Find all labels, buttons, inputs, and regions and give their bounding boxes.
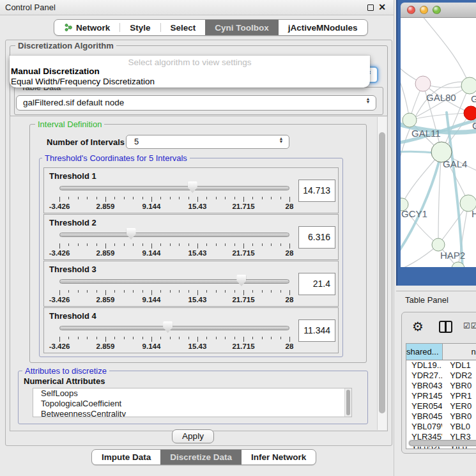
- network-view-window[interactable]: GAL80GACGAL11GAL4GCY1HHAP2: [396, 0, 476, 286]
- close-icon[interactable]: ✕: [378, 2, 386, 12]
- attributes-list-scrollbar[interactable]: [344, 388, 351, 417]
- slider-track[interactable]: [59, 233, 289, 237]
- tick-mark: [142, 243, 143, 246]
- tick-mark: [197, 243, 198, 249]
- table-row[interactable]: YER054CYER0: [406, 401, 476, 411]
- table-row[interactable]: YBL079WYBL0: [406, 422, 476, 432]
- tab-discretize-data[interactable]: Discretize Data: [160, 450, 242, 464]
- table-row[interactable]: YBR043CYBR0: [406, 381, 476, 391]
- minimize-traffic-icon[interactable]: [420, 6, 428, 14]
- table-row[interactable]: YBR045CYBR0: [406, 411, 476, 422]
- table-cell[interactable]: YDR27...: [406, 371, 442, 381]
- zoom-traffic-icon[interactable]: [433, 6, 441, 14]
- tick-mark: [289, 197, 290, 202]
- scale-label: 2.859: [96, 296, 115, 303]
- table-row[interactable]: YDL19...YDL1: [406, 360, 476, 371]
- network-node-c[interactable]: [464, 106, 476, 120]
- network-node-ga[interactable]: [461, 77, 476, 94]
- table-data-select[interactable]: galFiltered.sif default node ▲▼: [16, 95, 376, 111]
- table-header-row: shared...na: [406, 344, 476, 360]
- table-cell[interactable]: YBL079W: [406, 422, 442, 432]
- table-cell[interactable]: YER054C: [406, 401, 442, 411]
- table-cell[interactable]: YPR145W: [406, 391, 442, 401]
- column-header-shared[interactable]: shared...: [406, 344, 443, 360]
- table-cell[interactable]: YBR045C: [406, 411, 442, 422]
- table-row[interactable]: YDR27...YDR2: [406, 371, 476, 381]
- tick-mark: [170, 290, 171, 293]
- table-cell[interactable]: YPR1: [442, 391, 476, 401]
- table-cell[interactable]: YER0: [442, 401, 476, 411]
- settings-scrollbar[interactable]: [377, 117, 387, 430]
- attribute-item[interactable]: TopologicalCoefficient: [33, 399, 351, 409]
- table-body: YDL19...YDL1YDR27...YDR2YBR043CYBR0YPR14…: [406, 360, 476, 449]
- network-node-gal11[interactable]: [403, 113, 417, 127]
- settings-scroll-panel: Interval Definition Number of Intervals …: [10, 116, 388, 431]
- slider-thumb-icon[interactable]: [163, 321, 173, 333]
- tick-mark: [124, 337, 125, 339]
- slider-track[interactable]: [59, 326, 289, 330]
- threshold-slider[interactable]: -3.4262.8599.14415.4321.71528: [59, 181, 289, 213]
- dropdown-option-equal-width-frequency-discretization[interactable]: Equal Width/Frequency Discretization: [11, 77, 155, 86]
- table-cell[interactable]: YBR0: [442, 411, 476, 422]
- tick-mark: [197, 290, 198, 295]
- tick-mark: [216, 337, 217, 339]
- tab-cyni-toolbox[interactable]: Cyni Toolbox: [205, 20, 279, 35]
- network-canvas[interactable]: GAL80GACGAL11GAL4GCY1HHAP2: [401, 18, 476, 267]
- table-cell[interactable]: YBR043C: [406, 381, 442, 391]
- network-node-gal80[interactable]: [415, 76, 431, 91]
- table-toolbar: ⚙ ☑☑: [402, 316, 476, 338]
- slider-track[interactable]: [59, 186, 289, 190]
- table-cell[interactable]: YDR2: [442, 371, 476, 381]
- split-view-icon[interactable]: [439, 321, 452, 333]
- threshold-value-field[interactable]: 21.4: [298, 273, 335, 295]
- table-panel-card: ⚙ ☑☑ shared...na YDL19...YDL1YDR27...YDR…: [401, 312, 476, 454]
- cyni-toolbox-panel: Discretization Algorithm ▲▼ Table Data g…: [5, 40, 392, 446]
- float-window-icon[interactable]: [367, 4, 374, 11]
- tick-mark: [271, 243, 272, 246]
- slider-thumb-icon[interactable]: [188, 181, 197, 193]
- gear-icon[interactable]: ⚙: [412, 319, 424, 334]
- tick-mark: [216, 290, 217, 293]
- table-cell[interactable]: YBR0: [442, 381, 476, 391]
- slider-thumb-icon[interactable]: [236, 275, 246, 286]
- threshold-value-field[interactable]: 11.344: [298, 319, 335, 342]
- close-traffic-icon[interactable]: [407, 6, 415, 14]
- threshold-slider[interactable]: -3.4262.8599.14415.4321.71528: [59, 321, 289, 353]
- checkbox-icons[interactable]: ☑☑: [463, 321, 476, 330]
- threshold-row: Threshold 1-3.4262.8599.14415.4321.71528…: [43, 167, 339, 213]
- table-horizontal-scrollbar[interactable]: [408, 440, 476, 447]
- threshold-label: Threshold 1: [49, 171, 96, 181]
- attribute-item[interactable]: BetweennessCentrality: [33, 409, 351, 417]
- attribute-item[interactable]: SelfLoops: [33, 388, 351, 399]
- apply-button[interactable]: Apply: [172, 429, 214, 443]
- scale-label: -3.426: [49, 342, 70, 350]
- interval-definition-group: Interval Definition Number of Intervals …: [29, 124, 367, 363]
- tick-mark: [68, 337, 69, 339]
- column-header-na[interactable]: na: [443, 344, 476, 360]
- table-cell[interactable]: YDL19...: [406, 360, 442, 371]
- dropdown-option-manual-discretization[interactable]: Manual Discretization: [11, 66, 100, 76]
- tab-label: Cyni Toolbox: [215, 23, 269, 33]
- tab-network[interactable]: Network: [54, 20, 119, 35]
- table-cell[interactable]: YDL1: [442, 360, 476, 371]
- network-node-hap2[interactable]: [432, 238, 445, 251]
- table-row[interactable]: YPR145WYPR1: [406, 391, 476, 401]
- threshold-value-field[interactable]: 14.713: [298, 180, 335, 202]
- threshold-slider[interactable]: -3.4262.8599.14415.4321.71528: [59, 274, 289, 306]
- tick-mark: [225, 337, 226, 339]
- tick-mark: [225, 290, 226, 293]
- slider-track[interactable]: [59, 279, 289, 284]
- tab-style[interactable]: Style: [120, 20, 160, 35]
- table-cell[interactable]: YBL0: [442, 422, 476, 432]
- threshold-value-field[interactable]: 6.316: [298, 226, 335, 249]
- tab-impute-data[interactable]: Impute Data: [92, 450, 160, 464]
- threshold-slider[interactable]: -3.4262.8599.14415.4321.71528: [59, 227, 289, 259]
- tab-select[interactable]: Select: [161, 20, 206, 35]
- tab-jactivemnodules[interactable]: jActiveMNodules: [279, 20, 367, 35]
- tab-infer-network[interactable]: Infer Network: [242, 450, 316, 464]
- num-intervals-select[interactable]: 5 ▲▼: [126, 135, 289, 149]
- slider-thumb-icon[interactable]: [127, 228, 136, 240]
- scale-label: -3.426: [49, 296, 70, 303]
- tick-mark: [114, 243, 115, 246]
- tick-mark: [59, 290, 60, 295]
